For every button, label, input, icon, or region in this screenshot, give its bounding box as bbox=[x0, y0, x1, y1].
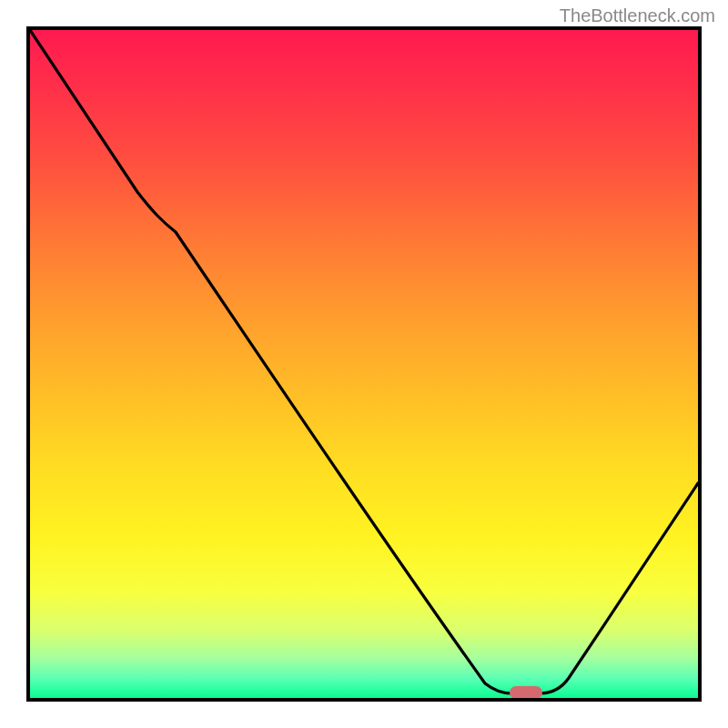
chart-curve-path bbox=[30, 30, 698, 693]
chart-optimal-marker bbox=[510, 686, 542, 699]
chart-plot-area bbox=[26, 26, 702, 702]
watermark-text: TheBottleneck.com bbox=[560, 5, 715, 26]
chart-curve bbox=[30, 30, 698, 698]
